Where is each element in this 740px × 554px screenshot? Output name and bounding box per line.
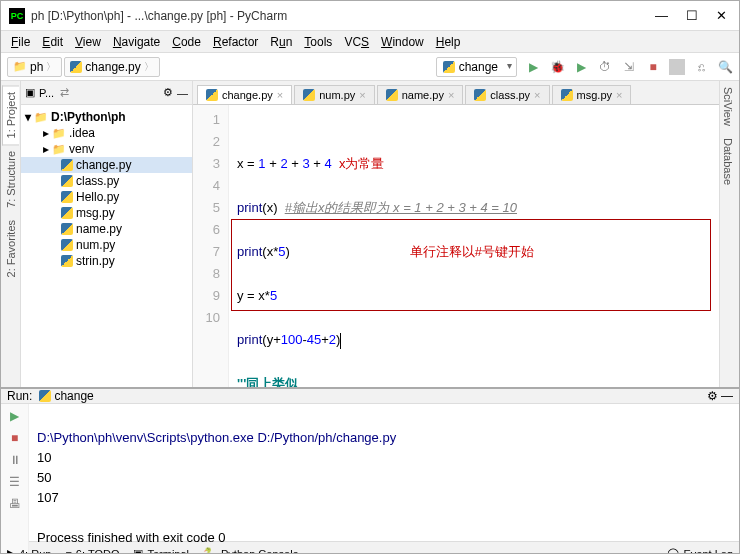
stop-run-button[interactable]: ■ xyxy=(7,430,23,446)
profile-button[interactable]: ⏱ xyxy=(597,59,613,75)
rerun-button[interactable]: ▶ xyxy=(7,408,23,424)
menu-code[interactable]: Code xyxy=(168,33,205,51)
editor-tabs: change.py× num.py× name.py× class.py× ms… xyxy=(193,81,719,105)
project-tree[interactable]: ▾📁D:\Python\ph ▸📁.idea ▸📁venv change.py … xyxy=(21,105,192,273)
titlebar: PC ph [D:\Python\ph] - ...\change.py [ph… xyxy=(1,1,739,31)
breadcrumb-file[interactable]: change.py〉 xyxy=(64,57,159,77)
menu-navigate[interactable]: Navigate xyxy=(109,33,164,51)
panel-hide-icon[interactable]: — xyxy=(177,87,188,99)
tab-class[interactable]: class.py× xyxy=(465,85,549,104)
tree-file[interactable]: name.py xyxy=(21,221,192,237)
run-toolbar: ▶ ■ ⏸ ☰ 🖶 xyxy=(1,404,29,554)
code-editor[interactable]: x = 1 + 2 + 3 + 4 x为常量 print(x) #输出x的结果即… xyxy=(229,105,719,387)
navbar: 📁ph〉 change.py〉 change ▶ 🐞 ▶ ⏱ ⇲ ■ ⎌ 🔍 xyxy=(1,53,739,81)
pause-button[interactable]: ⏸ xyxy=(7,452,23,468)
minimize-button[interactable]: — xyxy=(655,8,668,23)
bottom-tab-run[interactable]: ▶ 4: Run xyxy=(7,547,51,554)
bottom-tab-eventlog[interactable]: ◯ Event Log xyxy=(667,547,733,554)
run-panel: Run: change ⚙ — ▶ ■ ⏸ ☰ 🖶 D:\Python\ph\v… xyxy=(1,387,739,541)
tree-folder[interactable]: ▸📁venv xyxy=(21,141,192,157)
gutter: 12345678910 xyxy=(193,105,229,387)
close-icon[interactable]: × xyxy=(277,89,283,101)
tab-num[interactable]: num.py× xyxy=(294,85,375,104)
menu-help[interactable]: Help xyxy=(432,33,465,51)
run-button[interactable]: ▶ xyxy=(525,59,541,75)
panel-settings-icon[interactable]: ⚙ xyxy=(163,86,173,99)
run-config-select[interactable]: change xyxy=(436,57,517,77)
close-button[interactable]: ✕ xyxy=(716,8,727,23)
bottom-tab-todo[interactable]: ≡ 6: TODO xyxy=(65,548,119,555)
tree-file[interactable]: num.py xyxy=(21,237,192,253)
breadcrumb-root[interactable]: 📁ph〉 xyxy=(7,57,62,77)
app-icon: PC xyxy=(9,8,25,24)
run-settings-icon[interactable]: ⚙ — xyxy=(707,389,733,403)
bottom-tab-console[interactable]: 🐍 Python Console xyxy=(203,547,299,554)
bottom-tab-terminal[interactable]: ▣ Terminal xyxy=(133,547,189,554)
left-tab-project[interactable]: 1: Project xyxy=(2,85,19,145)
menu-tools[interactable]: Tools xyxy=(300,33,336,51)
left-tab-favorites[interactable]: 2: Favorites xyxy=(3,214,19,283)
maximize-button[interactable]: ☐ xyxy=(686,8,698,23)
right-tool-rail: SciView Database xyxy=(719,81,739,387)
left-tool-rail: 1: Project 7: Structure 2: Favorites xyxy=(1,81,21,387)
menu-vcs[interactable]: VCS xyxy=(340,33,373,51)
tree-file[interactable]: strin.py xyxy=(21,253,192,269)
tab-msg[interactable]: msg.py× xyxy=(552,85,632,104)
tab-name[interactable]: name.py× xyxy=(377,85,464,104)
tab-change[interactable]: change.py× xyxy=(197,85,292,104)
right-tab-sciview[interactable]: SciView xyxy=(720,81,736,132)
coverage-button[interactable]: ▶ xyxy=(573,59,589,75)
stop-button[interactable]: ■ xyxy=(645,59,661,75)
tree-file[interactable]: Hello.py xyxy=(21,189,192,205)
tree-file[interactable]: msg.py xyxy=(21,205,192,221)
project-panel: ▣P... ⇄ ⚙ — ▾📁D:\Python\ph ▸📁.idea ▸📁ven… xyxy=(21,81,193,387)
tree-folder[interactable]: ▸📁.idea xyxy=(21,125,192,141)
tree-file-change[interactable]: change.py xyxy=(21,157,192,173)
python-icon xyxy=(70,61,82,73)
menu-window[interactable]: Window xyxy=(377,33,428,51)
debug-button[interactable]: 🐞 xyxy=(549,59,565,75)
dump-button[interactable]: ☰ xyxy=(7,474,23,490)
tree-root[interactable]: ▾📁D:\Python\ph xyxy=(21,109,192,125)
run-output[interactable]: D:\Python\ph\venv\Scripts\python.exe D:/… xyxy=(29,404,739,554)
menu-run[interactable]: Run xyxy=(266,33,296,51)
menu-view[interactable]: View xyxy=(71,33,105,51)
tree-file[interactable]: class.py xyxy=(21,173,192,189)
menubar: File Edit View Navigate Code Refactor Ru… xyxy=(1,31,739,53)
run-tab-name[interactable]: change xyxy=(54,389,93,403)
menu-file[interactable]: File xyxy=(7,33,34,51)
panel-title: P... xyxy=(39,87,54,99)
editor: change.py× num.py× name.py× class.py× ms… xyxy=(193,81,719,387)
vcs-button[interactable]: ⎌ xyxy=(693,59,709,75)
window-title: ph [D:\Python\ph] - ...\change.py [ph] -… xyxy=(31,9,655,23)
menu-refactor[interactable]: Refactor xyxy=(209,33,262,51)
print-button[interactable]: 🖶 xyxy=(7,496,23,512)
search-button[interactable]: 🔍 xyxy=(717,59,733,75)
menu-edit[interactable]: Edit xyxy=(38,33,67,51)
attach-button[interactable]: ⇲ xyxy=(621,59,637,75)
left-tab-structure[interactable]: 7: Structure xyxy=(3,145,19,214)
right-tab-database[interactable]: Database xyxy=(720,132,736,191)
